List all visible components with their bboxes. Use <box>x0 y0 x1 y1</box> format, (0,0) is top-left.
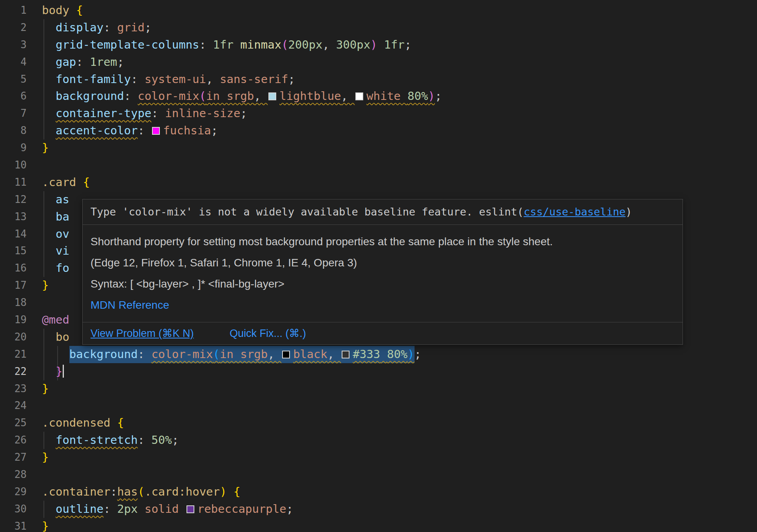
code-line[interactable] <box>42 157 757 174</box>
line-number[interactable]: 19 <box>0 311 27 329</box>
token: .card <box>145 485 179 498</box>
token: .container <box>42 485 110 498</box>
token: ( <box>213 347 220 361</box>
code-line[interactable]: } <box>42 363 757 380</box>
token: ba <box>56 210 69 223</box>
code-line[interactable]: grid-template-columns: 1fr minmax(200px,… <box>42 36 757 54</box>
line-number[interactable]: 27 <box>0 449 27 466</box>
line-number[interactable]: 12 <box>0 191 27 208</box>
line-number[interactable]: 17 <box>0 277 27 294</box>
token <box>110 416 117 429</box>
code-line[interactable]: } <box>42 139 757 157</box>
token: : <box>138 433 151 447</box>
code-line[interactable]: font-stretch: 50%; <box>42 432 757 449</box>
token: : <box>103 21 117 34</box>
property-description: Shorthand property for setting most back… <box>91 235 675 248</box>
line-number[interactable]: 20 <box>0 329 27 346</box>
code-line[interactable]: } <box>42 380 757 398</box>
token: 2px <box>117 502 138 516</box>
line-number[interactable]: 29 <box>0 483 27 501</box>
line-number[interactable]: 8 <box>0 122 27 139</box>
indent <box>42 244 56 257</box>
code-line[interactable]: } <box>42 518 757 532</box>
token: font-family <box>56 72 131 86</box>
token: sans-serif <box>220 72 288 86</box>
line-number[interactable]: 3 <box>0 36 27 54</box>
code-line[interactable]: background: color-mix(in srgb, lightblue… <box>42 88 757 105</box>
token <box>76 176 83 189</box>
line-number[interactable]: 2 <box>0 19 27 36</box>
token: color-mix <box>138 89 199 103</box>
token: ; <box>435 89 442 103</box>
indent <box>42 38 56 51</box>
code-line[interactable]: body { <box>42 2 757 19</box>
line-number[interactable]: 1 <box>0 2 27 19</box>
token: background <box>56 89 124 103</box>
code-line[interactable] <box>42 466 757 483</box>
token: : <box>131 72 145 86</box>
line-number[interactable]: 25 <box>0 414 27 432</box>
selection-highlight: background: color-mix(in srgb, black, #3… <box>69 346 415 363</box>
token: fuchsia <box>163 124 211 137</box>
code-line[interactable]: font-family: system-ui, sans-serif; <box>42 71 757 88</box>
token: 80% <box>387 347 407 361</box>
line-number[interactable]: 9 <box>0 139 27 157</box>
line-number[interactable]: 21 <box>0 346 27 363</box>
code-line[interactable]: container-type: inline-size; <box>42 105 757 122</box>
token <box>377 38 384 51</box>
eslint-rule-link[interactable]: css/use-baseline <box>523 206 625 218</box>
indent <box>42 365 56 378</box>
line-number[interactable]: 28 <box>0 466 27 483</box>
line-number[interactable]: 16 <box>0 260 27 277</box>
token: ov <box>56 227 69 241</box>
token: outline <box>56 502 103 516</box>
token <box>69 4 76 17</box>
token: body <box>42 4 69 17</box>
token: : <box>151 107 165 120</box>
code-line[interactable]: .condensed { <box>42 414 757 432</box>
line-number[interactable]: 24 <box>0 397 27 414</box>
token: #333 <box>353 347 380 361</box>
code-line[interactable]: } <box>42 449 757 466</box>
token: } <box>42 519 49 532</box>
code-line[interactable]: .card { <box>42 174 757 191</box>
line-number[interactable]: 10 <box>0 157 27 174</box>
token: , <box>206 72 220 86</box>
token: system-ui <box>145 72 206 86</box>
line-number[interactable]: 22 <box>0 363 27 380</box>
quick-fix-action[interactable]: Quick Fix... (⌘.) <box>230 328 306 339</box>
diagnostic-row: Type 'color-mix' is not a widely availab… <box>83 199 683 224</box>
line-number[interactable]: 7 <box>0 105 27 122</box>
code-line[interactable]: background: color-mix(in srgb, black, #3… <box>42 346 757 363</box>
line-number[interactable]: 26 <box>0 432 27 449</box>
code-line[interactable] <box>42 397 757 414</box>
line-number[interactable]: 4 <box>0 54 27 71</box>
code-line[interactable]: gap: 1rem; <box>42 54 757 71</box>
token: : <box>103 502 117 516</box>
line-number[interactable]: 23 <box>0 380 27 398</box>
indent <box>42 124 56 137</box>
line-number[interactable]: 30 <box>0 501 27 518</box>
code-line[interactable]: accent-color: fuchsia; <box>42 122 757 139</box>
indent <box>42 227 56 241</box>
mdn-reference-link[interactable]: MDN Reference <box>91 299 169 311</box>
token: ( <box>138 485 144 498</box>
code-line[interactable]: outline: 2px solid rebeccapurple; <box>42 501 757 518</box>
token: ( <box>199 89 206 103</box>
code-line[interactable]: .container:has(.card:hover) { <box>42 483 757 501</box>
line-number[interactable]: 14 <box>0 226 27 243</box>
token: ; <box>172 433 179 447</box>
line-number[interactable]: 6 <box>0 88 27 105</box>
line-number[interactable]: 5 <box>0 71 27 88</box>
code-line[interactable]: display: grid; <box>42 19 757 36</box>
line-number[interactable]: 31 <box>0 518 27 532</box>
token: { <box>76 4 83 17</box>
token: rebeccapurple <box>197 502 286 516</box>
line-number[interactable]: 15 <box>0 242 27 260</box>
view-problem-action[interactable]: View Problem (⌘K N) <box>91 328 194 339</box>
indent <box>42 347 69 361</box>
line-number[interactable]: 13 <box>0 208 27 226</box>
line-number[interactable]: 18 <box>0 294 27 311</box>
token: ; <box>415 347 421 361</box>
line-number[interactable]: 11 <box>0 174 27 191</box>
